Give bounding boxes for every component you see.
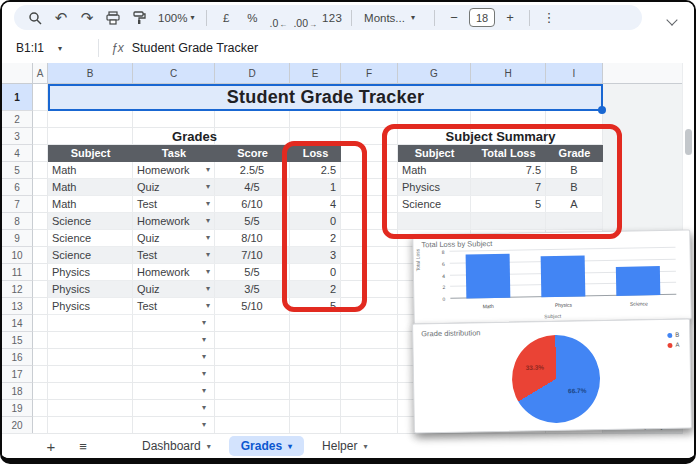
cell-subject[interactable]: Science: [48, 230, 133, 246]
dropdown-icon[interactable]: ▾: [206, 298, 210, 314]
paint-format-icon[interactable]: [128, 7, 150, 29]
cell-grade[interactable]: A: [546, 196, 603, 212]
cell-task[interactable]: Homework▾: [133, 264, 215, 280]
cell-loss[interactable]: 1: [290, 179, 341, 195]
empty-cell[interactable]: [341, 247, 398, 264]
cell-task[interactable]: Test▾: [133, 196, 215, 212]
row-header[interactable]: 7: [2, 196, 33, 213]
empty-cell[interactable]: [341, 128, 398, 145]
cell-task[interactable]: Quiz▾: [133, 179, 215, 195]
add-sheet-button[interactable]: +: [38, 438, 64, 455]
cell-task[interactable]: Homework▾: [133, 162, 215, 178]
empty-cell[interactable]: [215, 332, 290, 349]
empty-cell[interactable]: [215, 417, 290, 434]
cell-score[interactable]: 5/5: [215, 264, 290, 280]
decrease-font-size-button[interactable]: −: [443, 7, 465, 29]
grades-header-subject[interactable]: Subject: [48, 145, 133, 162]
empty-cell[interactable]: [48, 383, 133, 400]
empty-cell[interactable]: [48, 366, 133, 383]
column-header-d[interactable]: D: [215, 63, 290, 84]
row-header[interactable]: 12: [2, 281, 33, 298]
empty-cell[interactable]: [215, 400, 290, 417]
empty-cell[interactable]: [290, 111, 341, 128]
empty-cell[interactable]: [290, 383, 341, 400]
column-header-f[interactable]: F: [341, 63, 398, 84]
grades-header-task[interactable]: Task: [133, 145, 215, 162]
empty-cell[interactable]: [341, 315, 398, 332]
empty-cell[interactable]: [398, 213, 471, 229]
row-header[interactable]: 19: [2, 400, 33, 417]
cell-score[interactable]: 6/10: [215, 196, 290, 212]
empty-cell[interactable]: [546, 213, 603, 229]
cell-subject[interactable]: Physics: [398, 179, 471, 195]
tab-grades[interactable]: Grades ▾: [229, 436, 304, 456]
column-header-a[interactable]: A: [33, 63, 48, 84]
increase-font-size-button[interactable]: +: [499, 7, 521, 29]
cell-subject[interactable]: Math: [48, 179, 133, 195]
cell-total-loss[interactable]: 7: [471, 179, 546, 195]
cell-subject[interactable]: Science: [48, 213, 133, 229]
fill-handle[interactable]: [598, 106, 606, 114]
font-family-select[interactable]: Monts... ▾: [360, 12, 426, 24]
empty-cell[interactable]: [33, 196, 48, 213]
cell-score[interactable]: 2.5/5: [215, 162, 290, 178]
dropdown-icon[interactable]: ▾: [206, 247, 210, 263]
scrollbar-thumb[interactable]: [685, 129, 692, 155]
undo-icon[interactable]: ↶: [50, 7, 72, 29]
empty-cell[interactable]: [33, 315, 48, 332]
select-all-corner[interactable]: [2, 63, 33, 84]
cell-task[interactable]: Test▾: [133, 298, 215, 314]
row-header[interactable]: 20: [2, 417, 33, 434]
empty-cell[interactable]: [48, 400, 133, 417]
empty-cell[interactable]: [398, 111, 471, 128]
cell-subject[interactable]: Physics: [48, 264, 133, 280]
cell-task[interactable]: Homework▾: [133, 213, 215, 229]
cell-loss[interactable]: 0: [290, 213, 341, 229]
empty-cell[interactable]: [48, 315, 133, 332]
empty-cell[interactable]: [33, 366, 48, 383]
bar-physics[interactable]: [541, 255, 586, 297]
empty-cell[interactable]: [133, 111, 215, 128]
empty-cell[interactable]: [546, 111, 603, 128]
row-header[interactable]: 10: [2, 247, 33, 264]
dropdown-icon[interactable]: ▾: [206, 196, 210, 212]
empty-cell[interactable]: [290, 366, 341, 383]
empty-cell[interactable]: [33, 417, 48, 434]
empty-cell[interactable]: [33, 111, 48, 128]
column-header-e[interactable]: E: [290, 63, 341, 84]
cell-subject[interactable]: Science: [48, 247, 133, 263]
dropdown-icon[interactable]: ▾: [206, 213, 210, 229]
empty-cell[interactable]: [341, 196, 398, 213]
row-header[interactable]: 14: [2, 315, 33, 332]
cell-subject[interactable]: Science: [398, 196, 471, 212]
name-box[interactable]: B1:I1 ▾: [2, 41, 92, 55]
empty-cell[interactable]: [341, 349, 398, 366]
row-header[interactable]: 1: [2, 84, 33, 111]
pie-chart-panel[interactable]: Grade distribution 66.7%33.3% BA: [412, 319, 692, 434]
empty-cell[interactable]: [215, 349, 290, 366]
empty-cell[interactable]: [290, 332, 341, 349]
dropdown-icon[interactable]: ▾: [206, 179, 210, 195]
dropdown-icon[interactable]: ▾: [206, 230, 210, 246]
row-header[interactable]: 11: [2, 264, 33, 281]
cell-task[interactable]: Quiz▾: [133, 281, 215, 297]
empty-cell[interactable]: [341, 281, 398, 298]
empty-cell[interactable]: [341, 383, 398, 400]
redo-icon[interactable]: ↷: [76, 7, 98, 29]
more-options-icon[interactable]: ⋮: [538, 7, 560, 29]
number-format-button[interactable]: 123: [321, 7, 343, 29]
all-sheets-icon[interactable]: ≡: [70, 439, 96, 454]
dropdown-icon[interactable]: ▾: [206, 281, 210, 297]
empty-cell[interactable]: [290, 400, 341, 417]
empty-cell[interactable]: [341, 298, 398, 315]
cell-loss[interactable]: 5: [290, 298, 341, 314]
empty-cell[interactable]: [341, 400, 398, 417]
cell-score[interactable]: 5/5: [215, 213, 290, 229]
empty-cell[interactable]: [33, 145, 48, 162]
cell-task[interactable]: Test▾: [133, 247, 215, 263]
tab-helper[interactable]: Helper ▾: [310, 436, 379, 456]
empty-cell[interactable]: [33, 162, 48, 179]
empty-cell[interactable]: [48, 111, 133, 128]
tab-dashboard[interactable]: Dashboard ▾: [130, 436, 223, 456]
empty-cell[interactable]: [215, 111, 290, 128]
